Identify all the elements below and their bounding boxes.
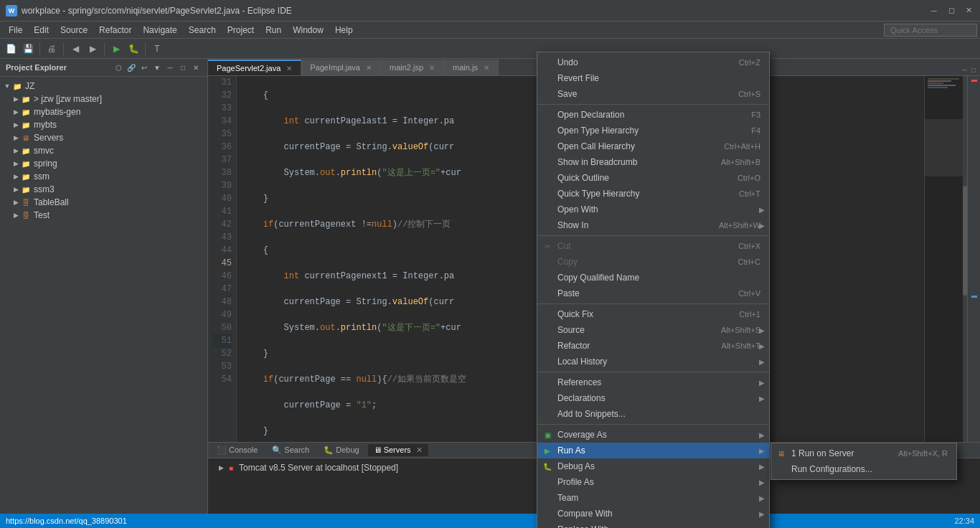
revert-label: Revert File — [557, 73, 599, 83]
ctx-sep-3 — [537, 303, 769, 304]
ctx-open-with[interactable]: Open With ▶ — [537, 202, 769, 217]
paste-shortcut: Ctrl+V — [738, 289, 760, 298]
quick-fix-shortcut: Ctrl+1 — [739, 310, 760, 319]
paste-label: Paste — [557, 288, 580, 298]
show-in-arrow: ▶ — [759, 222, 765, 230]
ctx-open-call-hierarchy[interactable]: Open Call Hierarchy Ctrl+Alt+H — [537, 138, 769, 154]
ctx-team[interactable]: Team ▶ — [537, 490, 769, 506]
open-type-hierarchy-shortcut: F4 — [751, 126, 760, 135]
run-on-server-label: 1 Run on Server — [791, 448, 854, 458]
ctx-declarations[interactable]: Declarations ▶ — [537, 390, 769, 406]
open-call-hierarchy-label: Open Call Hierarchy — [557, 141, 635, 151]
compare-with-arrow: ▶ — [759, 510, 765, 518]
ctx-debug-as[interactable]: 🐛 Debug As ▶ — [537, 458, 769, 474]
quick-type-hierarchy-shortcut: Ctrl+T — [739, 189, 760, 198]
run-icon: ▶ — [542, 445, 553, 456]
save-shortcut: Ctrl+S — [738, 90, 760, 98]
coverage-icon: ▣ — [542, 429, 553, 440]
team-label: Team — [557, 493, 578, 503]
cut-icon: ✂ — [542, 240, 553, 252]
cut-label: Cut — [557, 241, 571, 251]
ctx-save[interactable]: Save Ctrl+S — [537, 86, 769, 102]
coverage-as-arrow: ▶ — [759, 431, 765, 439]
source-label: Source — [557, 325, 585, 335]
ctx-copy[interactable]: Copy Ctrl+C — [537, 254, 769, 270]
local-history-arrow: ▶ — [759, 358, 765, 366]
ctx-sep-2 — [537, 235, 769, 236]
ctx-undo[interactable]: Undo Ctrl+Z — [537, 55, 769, 70]
ctx-run-as[interactable]: ▶ Run As ▶ 🖥 1 Run on Server Alt+Shift+X… — [537, 443, 769, 458]
ctx-quick-outline[interactable]: Quick Outline Ctrl+O — [537, 170, 769, 186]
declarations-label: Declarations — [557, 393, 606, 403]
quick-outline-label: Quick Outline — [557, 173, 609, 183]
ctx-revert-file[interactable]: Revert File — [537, 70, 769, 86]
ctx-sep-4 — [537, 372, 769, 372]
open-type-hierarchy-label: Open Type Hierarchy — [557, 126, 639, 136]
replace-with-label: Replace With — [557, 524, 608, 528]
server-run-icon: 🖥 — [776, 448, 787, 459]
copy-shortcut: Ctrl+C — [738, 258, 760, 266]
copy-label: Copy — [557, 257, 578, 267]
show-breadcrumb-label: Show in Breadcrumb — [557, 157, 637, 167]
debug-icon: 🐛 — [542, 461, 553, 472]
run-as-arrow: ▶ — [759, 447, 765, 455]
save-label: Save — [557, 89, 577, 99]
context-menu: Undo Ctrl+Z Revert File Save Ctrl+S Open… — [537, 52, 770, 528]
source-shortcut: Alt+Shift+S — [721, 326, 760, 334]
references-arrow: ▶ — [759, 379, 765, 387]
run-on-server-shortcut: Alt+Shift+X, R — [898, 449, 948, 458]
ctx-open-type-hierarchy[interactable]: Open Type Hierarchy F4 — [537, 123, 769, 138]
ctx-quick-type-hierarchy[interactable]: Quick Type Hierarchy Ctrl+T — [537, 186, 769, 202]
ctx-show-in[interactable]: Show In Alt+Shift+W ▶ — [537, 217, 769, 233]
run-as-label: Run As — [557, 446, 585, 456]
ctx-cut[interactable]: ✂ Cut Ctrl+X — [537, 238, 769, 254]
quick-fix-label: Quick Fix — [557, 309, 593, 319]
ctx-refactor[interactable]: Refactor Alt+Shift+T ▶ — [537, 338, 769, 354]
team-arrow: ▶ — [759, 494, 765, 502]
local-history-label: Local History — [557, 357, 607, 367]
submenu-run-configurations[interactable]: Run Configurations... — [771, 461, 956, 477]
undo-shortcut: Ctrl+Z — [739, 58, 760, 67]
refactor-label: Refactor — [557, 341, 590, 351]
ctx-paste[interactable]: Paste Ctrl+V — [537, 286, 769, 301]
show-in-label: Show In — [557, 220, 588, 230]
open-declaration-label: Open Declaration — [557, 110, 624, 120]
ctx-compare-with[interactable]: Compare With ▶ — [537, 506, 769, 522]
quick-type-hierarchy-label: Quick Type Hierarchy — [557, 189, 640, 199]
profile-label: Profile As — [557, 477, 594, 487]
ctx-quick-fix[interactable]: Quick Fix Ctrl+1 — [537, 306, 769, 322]
ctx-local-history[interactable]: Local History ▶ — [537, 354, 769, 369]
ctx-open-declaration[interactable]: Open Declaration F3 — [537, 107, 769, 123]
source-arrow: ▶ — [759, 326, 765, 334]
ctx-coverage-as[interactable]: ▣ Coverage As ▶ — [537, 427, 769, 443]
submenu-run-on-server[interactable]: 🖥 1 Run on Server Alt+Shift+X, R — [771, 446, 956, 461]
profile-arrow: ▶ — [759, 478, 765, 486]
run-configurations-label: Run Configurations... — [791, 464, 872, 474]
ctx-show-breadcrumb[interactable]: Show in Breadcrumb Alt+Shift+B — [537, 154, 769, 170]
open-call-hierarchy-shortcut: Ctrl+Alt+H — [724, 142, 760, 151]
show-breadcrumb-shortcut: Alt+Shift+B — [721, 158, 760, 166]
show-in-shortcut: Alt+Shift+W — [719, 221, 760, 230]
run-as-submenu: 🖥 1 Run on Server Alt+Shift+X, R Run Con… — [771, 443, 957, 480]
open-with-arrow: ▶ — [759, 206, 765, 214]
copy-qualified-label: Copy Qualified Name — [557, 273, 639, 283]
quick-outline-shortcut: Ctrl+O — [738, 174, 760, 182]
compare-with-label: Compare With — [557, 509, 613, 519]
ctx-replace-with[interactable]: Replace With ▶ — [537, 522, 769, 528]
add-snippets-label: Add to Snippets... — [557, 409, 626, 419]
ctx-add-snippets[interactable]: Add to Snippets... — [537, 406, 769, 422]
ctx-copy-qualified[interactable]: Copy Qualified Name — [537, 270, 769, 286]
ctx-source[interactable]: Source Alt+Shift+S ▶ — [537, 322, 769, 338]
ctx-profile[interactable]: Profile As ▶ — [537, 474, 769, 490]
cut-shortcut: Ctrl+X — [738, 242, 760, 250]
refactor-arrow: ▶ — [759, 342, 765, 350]
declarations-arrow: ▶ — [759, 395, 765, 402]
open-declaration-shortcut: F3 — [751, 110, 760, 119]
ctx-references[interactable]: References ▶ — [537, 374, 769, 390]
refactor-shortcut: Alt+Shift+T — [722, 341, 760, 350]
ctx-sep-1 — [537, 104, 769, 105]
debug-as-label: Debug As — [557, 461, 595, 471]
open-with-label: Open With — [557, 204, 598, 214]
coverage-as-label: Coverage As — [557, 430, 607, 440]
undo-label: Undo — [557, 57, 578, 67]
